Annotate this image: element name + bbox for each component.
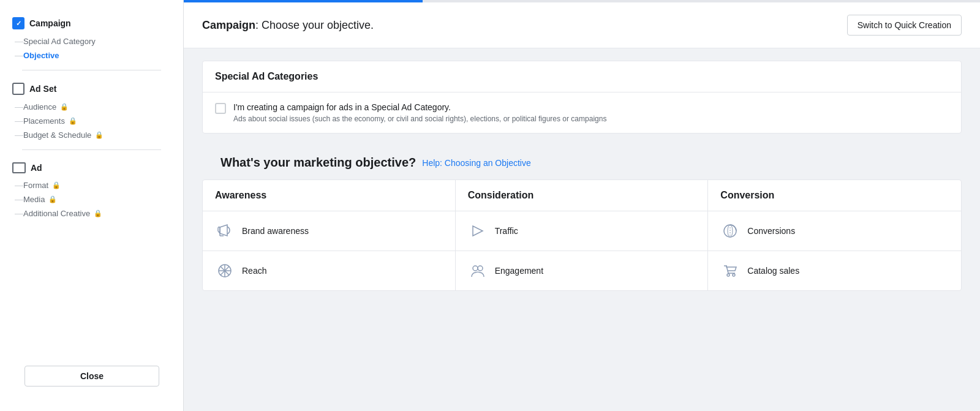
traffic-label: Traffic: [495, 226, 518, 236]
sidebar-placements-label: Placements: [23, 116, 65, 126]
sidebar-additional-label: Additional Creative: [23, 209, 90, 218]
sidebar-divider-1: [22, 70, 161, 70]
sidebar-media-label: Media: [23, 195, 45, 204]
sidebar-format-label: Format: [23, 181, 48, 190]
adset-icon: [12, 83, 24, 95]
sidebar-group-campaign: ✓ Campaign Special Ad Category Objective: [10, 12, 173, 62]
reach-icon: [215, 261, 235, 281]
adset-children: Audience 🔒 Placements 🔒 Budget & Schedul…: [10, 100, 173, 142]
marketing-question-header: What's your marketing objective? Help: C…: [202, 143, 962, 179]
brand-awareness-label: Brand awareness: [242, 226, 309, 236]
format-lock-icon: 🔒: [52, 181, 61, 189]
sidebar-group-ad: Ad Format 🔒 Media 🔒 Additional Creative …: [10, 157, 173, 221]
sidebar-item-media[interactable]: Media 🔒: [18, 192, 173, 206]
conversion-conversions-item[interactable]: Conversions: [708, 211, 961, 251]
sidebar-group-adset: Ad Set Audience 🔒 Placements 🔒 Budget & …: [10, 78, 173, 142]
marketing-question-text: What's your marketing objective?: [221, 156, 416, 170]
reach-label: Reach: [242, 266, 266, 276]
sidebar-item-placements[interactable]: Placements 🔒: [18, 114, 173, 128]
page-title-prefix: Campaign: [202, 19, 255, 31]
svg-point-7: [478, 266, 483, 271]
consideration-header: Consideration: [456, 180, 708, 211]
header-section: Campaign: Choose your objective. Switch …: [184, 2, 980, 48]
content-area: Special Ad Categories I'm creating a cam…: [184, 48, 980, 303]
sidebar-special-ad-label: Special Ad Category: [23, 37, 96, 46]
engagement-label: Engagement: [495, 266, 543, 276]
conversion-header: Conversion: [708, 180, 961, 211]
campaign-children: Special Ad Category Objective: [10, 34, 173, 62]
svg-marker-5: [473, 226, 483, 236]
page-title: Campaign: Choose your objective.: [202, 19, 374, 32]
catalog-sales-label: Catalog sales: [747, 266, 799, 276]
conversion-column: Conversion Conversions: [708, 180, 961, 290]
media-lock-icon: 🔒: [48, 195, 57, 203]
special-ad-sub-label: Ads about social issues (such as the eco…: [233, 115, 606, 123]
special-ad-checkbox-text: I'm creating a campaign for ads in a Spe…: [233, 102, 606, 123]
consideration-column: Consideration Traffic: [456, 180, 709, 290]
objectives-grid: Awareness Brand awareness: [202, 179, 962, 291]
special-ad-checkbox-row: I'm creating a campaign for ads in a Spe…: [215, 102, 949, 123]
sidebar-ad-header[interactable]: Ad: [10, 157, 173, 178]
awareness-brand-awareness-item[interactable]: Brand awareness: [203, 211, 455, 251]
engagement-icon: [468, 261, 488, 281]
special-ad-categories-header: Special Ad Categories: [203, 61, 961, 92]
special-ad-categories-body: I'm creating a campaign for ads in a Spe…: [203, 92, 961, 133]
switch-to-quick-creation-button[interactable]: Switch to Quick Creation: [847, 15, 962, 36]
consideration-traffic-item[interactable]: Traffic: [456, 211, 708, 251]
consideration-engagement-item[interactable]: Engagement: [456, 251, 708, 290]
help-link[interactable]: Help: Choosing an Objective: [422, 158, 530, 168]
svg-point-12: [733, 274, 735, 276]
audience-lock-icon: 🔒: [60, 103, 69, 111]
close-button[interactable]: Close: [24, 366, 159, 386]
sidebar-divider-2: [22, 149, 161, 150]
conversions-icon: [720, 221, 740, 241]
sidebar-item-objective[interactable]: Objective: [18, 48, 173, 62]
sidebar-adset-label: Ad Set: [29, 84, 56, 94]
main-content: Campaign: Choose your objective. Switch …: [184, 0, 980, 411]
ad-icon: [12, 162, 26, 173]
catalog-sales-icon: [720, 261, 740, 281]
special-ad-main-label: I'm creating a campaign for ads in a Spe…: [233, 102, 606, 112]
awareness-column: Awareness Brand awareness: [203, 180, 456, 290]
special-ad-categories-card: Special Ad Categories I'm creating a cam…: [202, 61, 962, 134]
sidebar-budget-label: Budget & Schedule: [23, 130, 91, 140]
brand-awareness-icon: [215, 221, 235, 241]
sidebar-audience-label: Audience: [23, 102, 56, 111]
sidebar-objective-label: Objective: [23, 51, 59, 60]
svg-point-11: [727, 274, 729, 276]
traffic-icon: [468, 221, 488, 241]
conversions-label: Conversions: [747, 226, 795, 236]
sidebar-campaign-label: Campaign: [29, 18, 71, 28]
ad-children: Format 🔒 Media 🔒 Additional Creative 🔒: [10, 178, 173, 221]
placements-lock-icon: 🔒: [69, 117, 77, 125]
budget-lock-icon: 🔒: [95, 131, 104, 139]
additional-lock-icon: 🔒: [94, 209, 102, 217]
sidebar-item-format[interactable]: Format 🔒: [18, 178, 173, 192]
sidebar-item-budget-schedule[interactable]: Budget & Schedule 🔒: [18, 128, 173, 142]
svg-point-6: [473, 266, 478, 271]
campaign-check-icon: ✓: [12, 17, 24, 29]
sidebar-campaign-header[interactable]: ✓ Campaign: [10, 12, 173, 34]
sidebar-ad-label: Ad: [31, 163, 42, 173]
sidebar-item-additional-creative[interactable]: Additional Creative 🔒: [18, 206, 173, 221]
awareness-reach-item[interactable]: Reach: [203, 251, 455, 290]
sidebar-item-audience[interactable]: Audience 🔒: [18, 100, 173, 114]
sidebar: ✓ Campaign Special Ad Category Objective: [0, 0, 184, 411]
page-title-suffix: : Choose your objective.: [255, 19, 374, 31]
conversion-catalog-sales-item[interactable]: Catalog sales: [708, 251, 961, 290]
sidebar-adset-header[interactable]: Ad Set: [10, 78, 173, 100]
sidebar-item-special-ad-category[interactable]: Special Ad Category: [18, 34, 173, 48]
special-ad-checkbox[interactable]: [215, 103, 226, 114]
awareness-header: Awareness: [203, 180, 455, 211]
